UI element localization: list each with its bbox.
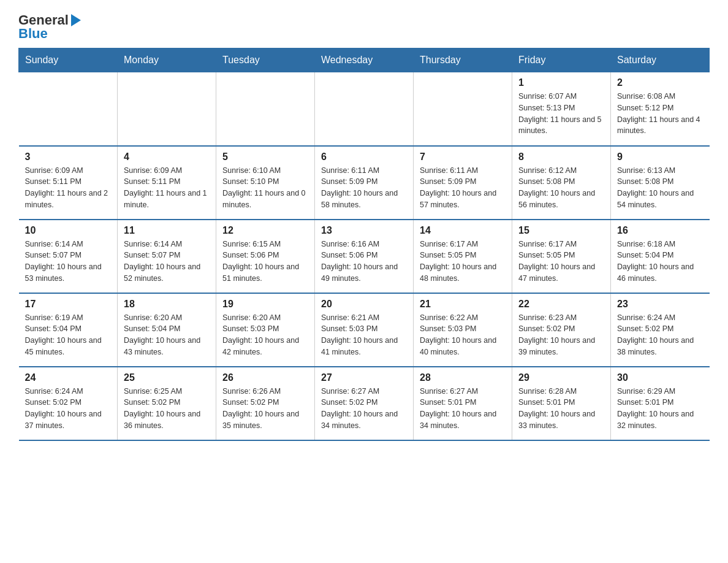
cell-info: Sunrise: 6:20 AMSunset: 5:03 PMDaylight:… <box>222 312 308 358</box>
cell-info: Sunrise: 6:07 AMSunset: 5:13 PMDaylight:… <box>518 91 604 137</box>
calendar-cell: 7Sunrise: 6:11 AMSunset: 5:09 PMDaylight… <box>414 146 512 220</box>
cell-info: Sunrise: 6:17 AMSunset: 5:05 PMDaylight:… <box>420 239 506 285</box>
day-number: 27 <box>321 372 407 383</box>
calendar-cell: 12Sunrise: 6:15 AMSunset: 5:06 PMDayligh… <box>216 220 315 293</box>
calendar-cell: 18Sunrise: 6:20 AMSunset: 5:04 PMDayligh… <box>118 293 216 367</box>
calendar-cell: 6Sunrise: 6:11 AMSunset: 5:09 PMDaylight… <box>315 146 414 220</box>
day-number: 1 <box>518 77 604 88</box>
day-number: 18 <box>124 299 210 310</box>
logo-triangle-icon <box>71 14 81 26</box>
calendar-cell: 25Sunrise: 6:25 AMSunset: 5:02 PMDayligh… <box>118 367 216 440</box>
calendar-cell: 8Sunrise: 6:12 AMSunset: 5:08 PMDaylight… <box>512 146 611 220</box>
cell-info: Sunrise: 6:09 AMSunset: 5:11 PMDaylight:… <box>25 165 112 211</box>
day-number: 11 <box>124 225 210 236</box>
calendar-cell: 11Sunrise: 6:14 AMSunset: 5:07 PMDayligh… <box>118 220 216 293</box>
cell-info: Sunrise: 6:16 AMSunset: 5:06 PMDaylight:… <box>321 239 407 285</box>
day-number: 13 <box>321 225 407 236</box>
cell-info: Sunrise: 6:14 AMSunset: 5:07 PMDaylight:… <box>25 239 112 285</box>
cell-info: Sunrise: 6:12 AMSunset: 5:08 PMDaylight:… <box>518 165 604 211</box>
calendar-cell: 30Sunrise: 6:29 AMSunset: 5:01 PMDayligh… <box>611 367 710 440</box>
cell-info: Sunrise: 6:20 AMSunset: 5:04 PMDaylight:… <box>124 312 210 358</box>
calendar-cell: 10Sunrise: 6:14 AMSunset: 5:07 PMDayligh… <box>19 220 118 293</box>
day-number: 2 <box>617 77 703 88</box>
day-number: 28 <box>420 372 506 383</box>
cell-info: Sunrise: 6:09 AMSunset: 5:11 PMDaylight:… <box>124 165 210 211</box>
calendar-cell: 23Sunrise: 6:24 AMSunset: 5:02 PMDayligh… <box>611 293 710 367</box>
calendar-cell: 4Sunrise: 6:09 AMSunset: 5:11 PMDaylight… <box>118 146 216 220</box>
logo: General Blue <box>18 12 83 42</box>
cell-info: Sunrise: 6:10 AMSunset: 5:10 PMDaylight:… <box>222 165 308 211</box>
calendar-cell: 15Sunrise: 6:17 AMSunset: 5:05 PMDayligh… <box>512 220 611 293</box>
cell-info: Sunrise: 6:27 AMSunset: 5:02 PMDaylight:… <box>321 386 407 432</box>
calendar-cell: 17Sunrise: 6:19 AMSunset: 5:04 PMDayligh… <box>19 293 118 367</box>
cell-info: Sunrise: 6:08 AMSunset: 5:12 PMDaylight:… <box>617 91 703 137</box>
cell-info: Sunrise: 6:18 AMSunset: 5:04 PMDaylight:… <box>617 239 703 285</box>
cell-info: Sunrise: 6:19 AMSunset: 5:04 PMDaylight:… <box>25 312 112 358</box>
day-number: 19 <box>222 299 308 310</box>
header-tuesday: Tuesday <box>216 48 315 72</box>
calendar-cell: 2Sunrise: 6:08 AMSunset: 5:12 PMDaylight… <box>611 72 710 146</box>
calendar-cell: 5Sunrise: 6:10 AMSunset: 5:10 PMDaylight… <box>216 146 315 220</box>
calendar-cell <box>19 72 118 146</box>
day-number: 14 <box>420 225 506 236</box>
header-wednesday: Wednesday <box>315 48 414 72</box>
calendar-cell: 28Sunrise: 6:27 AMSunset: 5:01 PMDayligh… <box>414 367 512 440</box>
cell-info: Sunrise: 6:27 AMSunset: 5:01 PMDaylight:… <box>420 386 506 432</box>
day-number: 29 <box>518 372 604 383</box>
cell-info: Sunrise: 6:21 AMSunset: 5:03 PMDaylight:… <box>321 312 407 358</box>
calendar-cell <box>216 72 315 146</box>
day-number: 24 <box>25 372 112 383</box>
calendar-week-1: 3Sunrise: 6:09 AMSunset: 5:11 PMDaylight… <box>19 146 710 220</box>
day-number: 15 <box>518 225 604 236</box>
header-saturday: Saturday <box>611 48 710 72</box>
calendar-cell: 24Sunrise: 6:24 AMSunset: 5:02 PMDayligh… <box>19 367 118 440</box>
day-number: 21 <box>420 299 506 310</box>
cell-info: Sunrise: 6:24 AMSunset: 5:02 PMDaylight:… <box>25 386 112 432</box>
calendar-cell: 1Sunrise: 6:07 AMSunset: 5:13 PMDaylight… <box>512 72 611 146</box>
calendar-cell: 27Sunrise: 6:27 AMSunset: 5:02 PMDayligh… <box>315 367 414 440</box>
calendar-cell <box>315 72 414 146</box>
calendar-cell: 20Sunrise: 6:21 AMSunset: 5:03 PMDayligh… <box>315 293 414 367</box>
calendar-week-0: 1Sunrise: 6:07 AMSunset: 5:13 PMDaylight… <box>19 72 710 146</box>
cell-info: Sunrise: 6:23 AMSunset: 5:02 PMDaylight:… <box>518 312 604 358</box>
day-number: 7 <box>420 151 506 163</box>
cell-info: Sunrise: 6:28 AMSunset: 5:01 PMDaylight:… <box>518 386 604 432</box>
header-sunday: Sunday <box>19 48 118 72</box>
day-number: 6 <box>321 151 407 163</box>
cell-info: Sunrise: 6:11 AMSunset: 5:09 PMDaylight:… <box>321 165 407 211</box>
day-number: 8 <box>518 151 604 163</box>
cell-info: Sunrise: 6:15 AMSunset: 5:06 PMDaylight:… <box>222 239 308 285</box>
day-number: 17 <box>25 299 112 310</box>
cell-info: Sunrise: 6:13 AMSunset: 5:08 PMDaylight:… <box>617 165 703 211</box>
calendar-week-2: 10Sunrise: 6:14 AMSunset: 5:07 PMDayligh… <box>19 220 710 293</box>
calendar-cell <box>414 72 512 146</box>
header-thursday: Thursday <box>414 48 512 72</box>
day-number: 26 <box>222 372 308 383</box>
day-number: 4 <box>124 151 210 163</box>
calendar-cell <box>118 72 216 146</box>
header-monday: Monday <box>118 48 216 72</box>
header-friday: Friday <box>512 48 611 72</box>
calendar-header-row: SundayMondayTuesdayWednesdayThursdayFrid… <box>19 48 710 72</box>
calendar-cell: 3Sunrise: 6:09 AMSunset: 5:11 PMDaylight… <box>19 146 118 220</box>
cell-info: Sunrise: 6:17 AMSunset: 5:05 PMDaylight:… <box>518 239 604 285</box>
calendar-cell: 19Sunrise: 6:20 AMSunset: 5:03 PMDayligh… <box>216 293 315 367</box>
page-header: General Blue <box>18 12 710 42</box>
cell-info: Sunrise: 6:24 AMSunset: 5:02 PMDaylight:… <box>617 312 703 358</box>
calendar-week-3: 17Sunrise: 6:19 AMSunset: 5:04 PMDayligh… <box>19 293 710 367</box>
day-number: 3 <box>25 151 112 163</box>
day-number: 20 <box>321 299 407 310</box>
day-number: 25 <box>124 372 210 383</box>
calendar-cell: 26Sunrise: 6:26 AMSunset: 5:02 PMDayligh… <box>216 367 315 440</box>
cell-info: Sunrise: 6:22 AMSunset: 5:03 PMDaylight:… <box>420 312 506 358</box>
day-number: 30 <box>617 372 703 383</box>
calendar-cell: 29Sunrise: 6:28 AMSunset: 5:01 PMDayligh… <box>512 367 611 440</box>
calendar-table: SundayMondayTuesdayWednesdayThursdayFrid… <box>18 48 710 441</box>
logo-blue-text: Blue <box>18 26 48 42</box>
cell-info: Sunrise: 6:29 AMSunset: 5:01 PMDaylight:… <box>617 386 703 432</box>
cell-info: Sunrise: 6:26 AMSunset: 5:02 PMDaylight:… <box>222 386 308 432</box>
day-number: 5 <box>222 151 308 163</box>
day-number: 10 <box>25 225 112 236</box>
day-number: 22 <box>518 299 604 310</box>
calendar-week-4: 24Sunrise: 6:24 AMSunset: 5:02 PMDayligh… <box>19 367 710 440</box>
